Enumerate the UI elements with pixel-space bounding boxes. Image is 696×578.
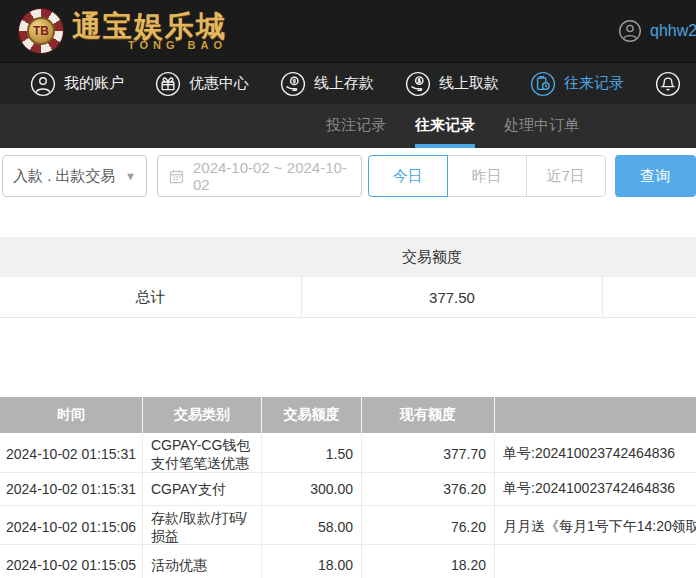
deposit-icon [280, 71, 306, 97]
cell-type: CGPAY-CG钱包支付笔笔送优惠 [143, 433, 262, 475]
table-row: 2024-10-02 01:15:06 存款/取款/打码/损益 58.00 76… [0, 506, 696, 545]
col-header-type: 交易类别 [143, 397, 262, 433]
date-range-value: 2024-10-02 ~ 2024-10-02 [193, 159, 351, 193]
cell-type: 存款/取款/打码/损益 [143, 506, 262, 548]
cell-time: 2024-10-02 01:15:31 [0, 473, 143, 505]
date-range-input[interactable]: 2024-10-02 ~ 2024-10-02 [157, 155, 362, 197]
today-button[interactable]: 今日 [368, 155, 448, 197]
cell-balance: 377.70 [362, 433, 495, 475]
bell-icon [655, 71, 681, 97]
brand-title: 通宝娱乐城 [72, 11, 227, 41]
cell-amount: 300.00 [262, 473, 362, 505]
nav-item-transactions[interactable]: 往来记录 [530, 71, 624, 97]
last7days-button[interactable]: 近7日 [526, 155, 606, 197]
col-header-summary: 摘要 [495, 397, 696, 433]
table-row: 2024-10-02 01:15:05 活动优惠 18.00 18.20 [0, 545, 696, 578]
summary-empty-cell [603, 277, 696, 317]
transaction-table: 时间 交易类别 交易额度 现有额度 摘要 2024-10-02 01:15:31… [0, 397, 696, 578]
col-header-amount: 交易额度 [262, 397, 362, 433]
brand-subtitle: TONG BAO [128, 39, 227, 51]
chevron-down-icon: ▼ [125, 170, 136, 182]
table-header-row: 时间 交易类别 交易额度 现有额度 摘要 [0, 397, 696, 433]
withdraw-icon [405, 71, 431, 97]
nav-item-announcements[interactable] [655, 71, 689, 97]
user-area[interactable]: qhhw2 [618, 0, 696, 62]
nav-item-label: 线上取款 [439, 74, 499, 93]
nav-item-promotions[interactable]: 优惠中心 [155, 71, 249, 97]
user-avatar-icon [618, 19, 642, 43]
cell-amount: 18.00 [262, 545, 362, 578]
tab-bet-records[interactable]: 投注记录 [326, 104, 386, 148]
cell-time: 2024-10-02 01:15:05 [0, 545, 143, 578]
summary-total-label: 总计 [0, 277, 302, 317]
table-row: 2024-10-02 01:15:31 CGPAY-CG钱包支付笔笔送优惠 1.… [0, 433, 696, 473]
nav-item-label: 优惠中心 [189, 74, 249, 93]
sub-nav: 投注记录 往来记录 处理中订单 [0, 104, 696, 148]
brand-logo[interactable]: TB 通宝娱乐城 TONG BAO [18, 8, 227, 54]
chip-monogram: TB [27, 17, 55, 45]
top-header: TB 通宝娱乐城 TONG BAO qhhw2 [0, 0, 696, 62]
transaction-type-select[interactable]: 入款 . 出款交易 ▼ [2, 155, 147, 197]
cell-amount: 58.00 [262, 506, 362, 548]
content: 入款 . 出款交易 ▼ 2024-10-02 ~ 2024-10-02 今日 [0, 155, 696, 578]
summary-total-value: 377.50 [302, 277, 603, 317]
col-header-balance: 现有额度 [362, 397, 495, 433]
cell-time: 2024-10-02 01:15:06 [0, 506, 143, 548]
table-row: 2024-10-02 01:15:31 CGPAY支付 300.00 376.2… [0, 473, 696, 506]
filter-bar: 入款 . 出款交易 ▼ 2024-10-02 ~ 2024-10-02 今日 [0, 155, 696, 197]
nav-item-deposit[interactable]: 线上存款 [280, 71, 374, 97]
cell-amount: 1.50 [262, 433, 362, 475]
nav-item-label: 往来记录 [564, 74, 624, 93]
records-icon [530, 71, 556, 97]
cell-type: 活动优惠 [143, 545, 262, 578]
quick-date-group: 今日 昨日 近7日 [368, 155, 606, 197]
cell-time: 2024-10-02 01:15:31 [0, 433, 143, 475]
nav-item-my-account[interactable]: 我的账户 [30, 71, 124, 97]
page: TB 通宝娱乐城 TONG BAO qhhw2 [0, 0, 696, 578]
nav-item-label: 我的账户 [64, 74, 124, 93]
calendar-icon [168, 168, 185, 185]
search-button[interactable]: 查询 [615, 155, 696, 197]
main-nav: 我的账户 优惠中心 线上存款 [0, 62, 696, 104]
user-icon [30, 71, 56, 97]
col-header-time: 时间 [0, 397, 143, 433]
cell-summary: 月月送《每月1号下午14:20领取》 [495, 506, 696, 548]
poker-chip-icon: TB [18, 8, 64, 54]
cell-summary [495, 545, 696, 578]
summary-header: 交易额度 [0, 237, 696, 277]
cell-balance: 18.20 [362, 545, 495, 578]
cell-balance: 376.20 [362, 473, 495, 505]
cell-balance: 76.20 [362, 506, 495, 548]
gift-icon [155, 71, 181, 97]
nav-item-withdraw[interactable]: 线上取款 [405, 71, 499, 97]
yesterday-button[interactable]: 昨日 [447, 155, 527, 197]
tab-pending-orders[interactable]: 处理中订单 [504, 104, 579, 148]
cell-summary: 单号:202410023742464836 [495, 433, 696, 475]
cell-type: CGPAY支付 [143, 473, 262, 505]
tab-transaction-records[interactable]: 往来记录 [415, 104, 475, 148]
username[interactable]: qhhw2 [650, 22, 696, 40]
summary-row: 总计 377.50 [0, 277, 696, 318]
brand-text: 通宝娱乐城 TONG BAO [72, 11, 227, 51]
cell-summary: 单号:202410023742464836 [495, 473, 696, 505]
summary-table: 交易额度 总计 377.50 [0, 237, 696, 318]
nav-item-label: 线上存款 [314, 74, 374, 93]
transaction-type-value: 入款 . 出款交易 [13, 167, 116, 186]
